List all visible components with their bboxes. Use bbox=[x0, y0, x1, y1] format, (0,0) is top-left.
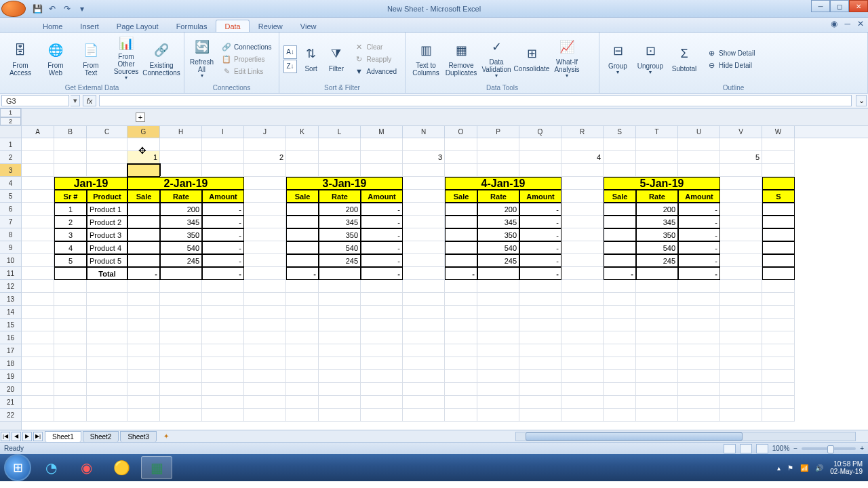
zoom-out-button[interactable]: − bbox=[793, 445, 797, 452]
cell[interactable] bbox=[22, 306, 54, 319]
cell[interactable] bbox=[22, 396, 54, 409]
col-header-S[interactable]: S bbox=[604, 126, 636, 138]
what-if-button[interactable]: 📈What-If Analysis▾ bbox=[551, 37, 583, 81]
cell[interactable] bbox=[561, 319, 604, 331]
cell[interactable] bbox=[477, 306, 519, 319]
cell[interactable] bbox=[319, 293, 361, 306]
cell[interactable] bbox=[762, 216, 795, 228]
cell[interactable]: 200 bbox=[636, 203, 678, 216]
cell[interactable]: 1 bbox=[127, 151, 160, 164]
cell[interactable]: - bbox=[202, 228, 244, 241]
cell[interactable] bbox=[87, 138, 127, 151]
cell[interactable] bbox=[202, 151, 244, 164]
cell[interactable]: - bbox=[678, 254, 720, 267]
cell[interactable] bbox=[636, 267, 678, 280]
row-header-2[interactable]: 2 bbox=[0, 151, 21, 164]
cell[interactable] bbox=[604, 138, 636, 151]
cell[interactable] bbox=[636, 357, 678, 370]
cell[interactable]: 245 bbox=[477, 254, 519, 267]
cell[interactable] bbox=[127, 228, 160, 241]
cell[interactable] bbox=[244, 164, 286, 177]
cell[interactable] bbox=[22, 151, 54, 164]
cell[interactable] bbox=[361, 357, 403, 370]
cell[interactable] bbox=[202, 280, 244, 293]
cell[interactable] bbox=[561, 164, 604, 177]
cell[interactable] bbox=[319, 164, 361, 177]
cell[interactable] bbox=[127, 138, 160, 151]
cell[interactable] bbox=[160, 293, 202, 306]
cell[interactable] bbox=[403, 319, 445, 331]
existing-connections-button[interactable]: 🔗Existing Connections bbox=[145, 37, 178, 81]
cell[interactable] bbox=[720, 190, 762, 203]
cell[interactable] bbox=[445, 344, 477, 357]
cell[interactable]: - bbox=[678, 241, 720, 254]
cell[interactable]: Product 2 bbox=[87, 216, 127, 228]
cell[interactable]: 345 bbox=[477, 216, 519, 228]
col-header-J[interactable]: J bbox=[244, 126, 286, 138]
cell[interactable] bbox=[87, 383, 127, 396]
cell[interactable] bbox=[160, 319, 202, 331]
cell[interactable] bbox=[403, 267, 445, 280]
row-header-7[interactable]: 7 bbox=[0, 216, 21, 228]
col-header-H[interactable]: H bbox=[160, 126, 202, 138]
cell[interactable] bbox=[519, 370, 561, 383]
cell[interactable] bbox=[244, 267, 286, 280]
cell[interactable]: - bbox=[202, 203, 244, 216]
tab-view[interactable]: View bbox=[292, 20, 326, 32]
cell[interactable]: - bbox=[202, 254, 244, 267]
cell[interactable] bbox=[561, 177, 604, 190]
cell[interactable] bbox=[403, 254, 445, 267]
row-header-14[interactable]: 14 bbox=[0, 306, 21, 319]
col-header-O[interactable]: O bbox=[445, 126, 477, 138]
tray-volume-icon[interactable]: 🔊 bbox=[815, 464, 823, 472]
cell[interactable] bbox=[477, 267, 519, 280]
cell[interactable] bbox=[403, 306, 445, 319]
cell[interactable]: Product bbox=[87, 190, 127, 203]
cell[interactable] bbox=[561, 280, 604, 293]
cell[interactable]: - bbox=[361, 228, 403, 241]
cell[interactable] bbox=[22, 267, 54, 280]
cell[interactable] bbox=[286, 228, 319, 241]
worksheet-grid[interactable]: 12345678910111213141516171819202122 ABCG… bbox=[0, 126, 868, 430]
cell[interactable] bbox=[244, 383, 286, 396]
cell[interactable]: Product 5 bbox=[87, 254, 127, 267]
cell[interactable] bbox=[445, 357, 477, 370]
refresh-all-button[interactable]: 🔄Refresh All▾ bbox=[189, 37, 215, 81]
col-header-M[interactable]: M bbox=[361, 126, 403, 138]
cell[interactable] bbox=[160, 164, 202, 177]
cell[interactable] bbox=[762, 331, 795, 344]
cell[interactable] bbox=[244, 190, 286, 203]
zoom-slider[interactable] bbox=[802, 447, 856, 450]
cell[interactable] bbox=[87, 164, 127, 177]
cell[interactable] bbox=[720, 254, 762, 267]
cell[interactable]: - bbox=[202, 267, 244, 280]
cell[interactable]: Amount bbox=[202, 190, 244, 203]
cell[interactable] bbox=[361, 306, 403, 319]
cell[interactable] bbox=[87, 151, 127, 164]
office-button[interactable] bbox=[1, 1, 26, 17]
cell[interactable] bbox=[160, 383, 202, 396]
cell[interactable] bbox=[87, 370, 127, 383]
cell[interactable] bbox=[445, 228, 477, 241]
cell[interactable] bbox=[127, 344, 160, 357]
cell[interactable]: Sr # bbox=[54, 190, 87, 203]
row-header-4[interactable]: 4 bbox=[0, 177, 21, 190]
cell[interactable] bbox=[762, 241, 795, 254]
cell[interactable]: 3-Jan-19 bbox=[286, 177, 403, 190]
tray-clock[interactable]: 10:58 PM 02-May-19 bbox=[830, 460, 863, 475]
cell[interactable] bbox=[319, 331, 361, 344]
cell[interactable] bbox=[604, 241, 636, 254]
cell[interactable] bbox=[244, 409, 286, 422]
zoom-level[interactable]: 100% bbox=[772, 445, 790, 452]
cell[interactable] bbox=[720, 177, 762, 190]
cell[interactable]: 540 bbox=[160, 241, 202, 254]
cell[interactable] bbox=[319, 383, 361, 396]
cell[interactable] bbox=[202, 396, 244, 409]
cell[interactable]: 3 bbox=[403, 151, 445, 164]
cell[interactable] bbox=[403, 357, 445, 370]
cell[interactable] bbox=[561, 254, 604, 267]
cell[interactable] bbox=[160, 396, 202, 409]
cell[interactable]: 350 bbox=[636, 228, 678, 241]
cell[interactable] bbox=[678, 331, 720, 344]
cell[interactable] bbox=[160, 370, 202, 383]
